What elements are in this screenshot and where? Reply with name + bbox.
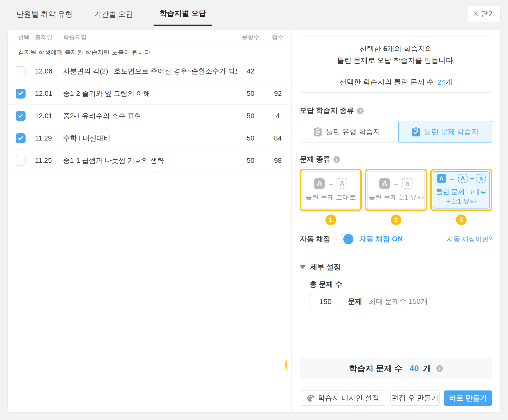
wrong-problem-count-value: 24: [437, 78, 445, 86]
tab-bar: 단원별 취약 유형 기간별 오답 학습지별 오답: [15, 8, 212, 26]
kind-card-same-plus-similar[interactable]: A → A + a 틀린 문제 그대로 + 1:1 유사: [433, 171, 490, 209]
row-checkbox[interactable]: [16, 133, 26, 143]
wrong-answer-worksheet-dialog: 단원별 취약 유형 기간별 오답 학습지별 오답 × 닫기 선택 출제일 학습지…: [0, 0, 508, 420]
annotation-badge-1: 1: [325, 214, 336, 225]
info-icon[interactable]: i: [333, 156, 340, 163]
summary-description: 선택한 6개의 학습지의 틀린 문제로 오답 학습지를 만듭니다.: [300, 37, 492, 72]
worksheet-problem-count-bar: 학습지 문제 수 40 개 i: [300, 358, 492, 379]
kind-card-same-problem[interactable]: A → A 틀린 문제 그대로: [302, 171, 359, 209]
close-label: 닫기: [481, 9, 495, 19]
row-date: 12.06: [35, 67, 61, 75]
auto-grading-help-link[interactable]: 자동 채점이란?: [446, 235, 492, 244]
worksheet-table: 선택 출제일 학습지명 문항수 점수 김지원 학생에게 출제된 학습지만 노출이…: [8, 30, 292, 412]
table-row[interactable]: 12.01 중1-2 줄기와 잎 그림의 이해 50 92: [8, 82, 291, 105]
row-question-count: 50: [237, 134, 264, 142]
wrong-problem-worksheet-label: 틀린 문제 학습지: [424, 127, 478, 137]
row-date: 11.29: [35, 134, 61, 142]
transform-glyph: A → A + a: [437, 174, 486, 183]
row-checkbox[interactable]: [16, 66, 26, 76]
check-icon: [18, 135, 23, 140]
row-score: 92: [264, 90, 291, 98]
header-date: 출제일: [35, 33, 61, 41]
worksheet-problem-count-value: 40: [410, 364, 419, 373]
check-icon: [18, 90, 23, 96]
annotation-badge-2: 2: [391, 214, 401, 225]
wrong-type-worksheet-label: 틀린 유형 학습지: [326, 127, 380, 137]
transform-glyph: A → A: [314, 178, 347, 189]
kind-card-label: 틀린 문제 1:1 유사: [368, 193, 423, 202]
row-score: 84: [264, 134, 291, 142]
total-problems-label: 총 문제 수: [310, 280, 492, 289]
header-score: 점수: [264, 33, 291, 41]
divider: [300, 252, 492, 252]
table-notice: 김지원 학생에게 출제된 학습지만 노출이 됩니다.: [8, 44, 291, 60]
stray-annotation-mark: [285, 360, 288, 369]
header-count: 문항수: [237, 33, 264, 41]
info-icon[interactable]: i: [436, 365, 443, 372]
design-settings-label: 학습지 디자인 설정: [318, 393, 379, 403]
close-icon: ×: [473, 9, 478, 18]
annotation-highlight-3: A → A + a 틀린 문제 그대로 + 1:1 유사: [430, 169, 492, 211]
worksheet-design-settings-button[interactable]: 학습지 디자인 설정: [300, 390, 386, 406]
row-date: 12.01: [35, 112, 61, 120]
row-title: 중1-2 줄기와 잎 그림의 이해: [61, 89, 237, 98]
annotation-highlight-1: A → A 틀린 문제 그대로: [300, 169, 362, 211]
transform-glyph: A → a: [379, 178, 413, 189]
kind-card-similar-problem[interactable]: A → a 틀린 문제 1:1 유사: [367, 171, 424, 209]
check-icon: [18, 113, 23, 118]
problem-kind-label: 문제 종류 i: [300, 154, 492, 164]
info-icon[interactable]: i: [357, 107, 364, 114]
row-checkbox[interactable]: [16, 156, 26, 166]
total-problems-row: 문제 최대 문제수 150개: [310, 294, 492, 309]
tab-worksheet-wrong[interactable]: 학습지별 오답: [154, 8, 212, 26]
create-now-button[interactable]: 바로 만들기: [444, 390, 492, 406]
row-title: 중1-1 곱셈과 나눗셈 기호의 생략: [61, 156, 237, 165]
table-row[interactable]: 12.01 중2-1 유리수의 소수 표현 50 4: [8, 105, 291, 127]
row-score: 98: [264, 157, 291, 165]
selection-summary: 선택한 6개의 학습지의 틀린 문제로 오답 학습지를 만듭니다. 선택한 학습…: [300, 36, 492, 93]
table-header: 선택 출제일 학습지명 문항수 점수: [8, 30, 291, 44]
auto-grading-row: 자동 채점 자동 채점 ON 자동 채점이란?: [300, 234, 492, 244]
clipboard-icon: [314, 127, 322, 137]
worksheet-type-options: 틀린 유형 학습지 틀린 문제 학습지: [300, 121, 492, 143]
worksheet-type-label: 오답 학습지 종류 i: [300, 106, 492, 116]
auto-grading-toggle[interactable]: [336, 234, 353, 244]
annotation-badge-3: 3: [456, 214, 467, 225]
details-settings-toggle[interactable]: 세부 설정: [300, 262, 492, 272]
row-score: 4: [264, 112, 291, 120]
row-checkbox[interactable]: [16, 89, 26, 99]
row-question-count: 42: [237, 67, 264, 75]
annotation-badges: 1 2 3: [300, 214, 492, 225]
main-card: 선택 출제일 학습지명 문항수 점수 김지원 학생에게 출제된 학습지만 노출이…: [7, 30, 501, 413]
row-title: 수학 I 내신대비: [61, 134, 237, 143]
wrong-type-worksheet-button[interactable]: 틀린 유형 학습지: [300, 121, 394, 143]
table-row[interactable]: 11.29 수학 I 내신대비 50 84: [8, 127, 291, 149]
header-name: 학습지명: [61, 33, 237, 41]
chevron-down-icon: [300, 265, 306, 269]
tab-period-wrong[interactable]: 기간별 오답: [93, 9, 134, 26]
auto-grading-status: 자동 채점 ON: [359, 234, 403, 244]
kind-card-label: 틀린 문제 그대로 + 1:1 유사: [436, 187, 487, 206]
palette-icon: [307, 394, 315, 402]
table-row[interactable]: 12.06 사분면의 각(2) : 호도법으로 주어진 경우~순환소수가 되도록…: [8, 60, 291, 82]
max-problems-hint: 최대 문제수 150개: [369, 297, 428, 307]
wrong-problem-count: 선택한 학습지의 틀린 문제 수 24 개: [300, 72, 492, 92]
auto-grading-label: 자동 채점: [300, 234, 330, 244]
close-button[interactable]: × 닫기: [468, 6, 501, 22]
total-problems-input[interactable]: [310, 294, 341, 309]
row-question-count: 50: [237, 90, 264, 98]
kind-card-label: 틀린 문제 그대로: [305, 193, 356, 202]
row-checkbox[interactable]: [16, 111, 26, 121]
header-select: 선택: [8, 33, 35, 41]
table-row[interactable]: 11.25 중1-1 곱셈과 나눗셈 기호의 생략 50 98: [8, 149, 291, 172]
tab-unit-weak-types[interactable]: 단원별 취약 유형: [15, 9, 74, 26]
row-question-count: 50: [237, 157, 264, 165]
wrong-problem-worksheet-button[interactable]: 틀린 문제 학습지: [398, 121, 493, 143]
row-title: 사분면의 각(2) : 호도법으로 주어진 경우~순환소수가 되도록 하는 미지…: [61, 67, 237, 76]
settings-panel: 선택한 6개의 학습지의 틀린 문제로 오답 학습지를 만듭니다. 선택한 학습…: [292, 30, 500, 412]
clipboard-check-icon: [412, 127, 420, 137]
edit-then-create-button[interactable]: 편집 후 만들기: [390, 390, 440, 406]
problems-unit-label: 문제: [348, 297, 362, 307]
toggle-knob: [343, 234, 353, 244]
row-date: 12.01: [35, 90, 61, 98]
